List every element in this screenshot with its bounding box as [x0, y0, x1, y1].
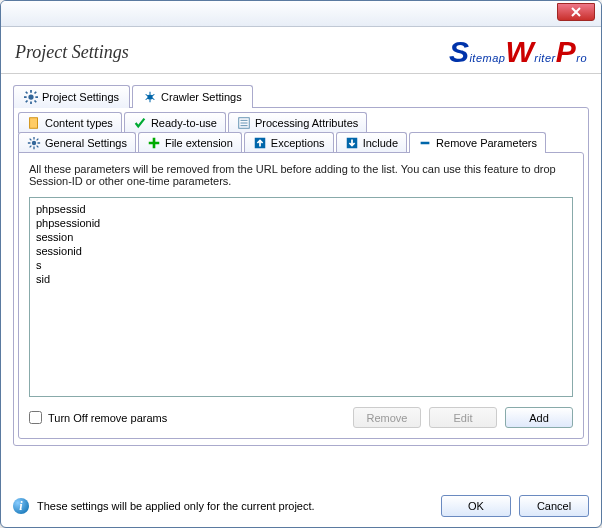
remove-button[interactable]: Remove [353, 407, 421, 428]
panel-button-group: Remove Edit Add [353, 407, 573, 428]
spider-icon [143, 90, 157, 104]
subtab-general-settings[interactable]: General Settings [18, 132, 136, 153]
tab-crawler-settings[interactable]: Crawler Settings [132, 85, 253, 108]
list-item[interactable]: sessionid [36, 244, 566, 258]
subtab-label: Ready-to-use [151, 117, 217, 129]
panel-description: All these parameters will be removed fro… [29, 163, 573, 187]
edit-button[interactable]: Edit [429, 407, 497, 428]
sub-tabstrip-row1: Content types Ready-to-use Processing At… [18, 112, 584, 133]
svg-rect-2 [30, 118, 38, 129]
subtab-label: Processing Attributes [255, 117, 358, 129]
footer-info-text: These settings will be applied only for … [37, 500, 315, 512]
tab-label: Crawler Settings [161, 91, 242, 103]
subtab-file-extension[interactable]: File extension [138, 132, 242, 153]
tab-content: Content types Ready-to-use Processing At… [13, 107, 589, 446]
project-settings-dialog: Project Settings SitemapWriterPro Projec… [0, 0, 602, 528]
list-item[interactable]: session [36, 230, 566, 244]
subtab-label: Include [363, 137, 398, 149]
document-icon [27, 116, 41, 130]
dialog-body: Project Settings Crawler Settings Conten… [1, 74, 601, 456]
subtab-ready-to-use[interactable]: Ready-to-use [124, 112, 226, 133]
ok-button[interactable]: OK [441, 495, 511, 517]
arrow-down-icon [345, 136, 359, 150]
tab-label: Project Settings [42, 91, 119, 103]
dialog-footer: i These settings will be applied only fo… [13, 495, 589, 517]
turn-off-checkbox[interactable] [29, 411, 42, 424]
turn-off-checkbox-wrap[interactable]: Turn Off remove params [29, 411, 167, 424]
plus-icon [147, 136, 161, 150]
info-icon: i [13, 498, 29, 514]
footer-info-wrap: i These settings will be applied only fo… [13, 498, 315, 514]
subtab-label: File extension [165, 137, 233, 149]
subtab-label: Content types [45, 117, 113, 129]
arrow-up-icon [253, 136, 267, 150]
footer-buttons: OK Cancel [441, 495, 589, 517]
gear-icon [27, 136, 41, 150]
subtab-exceptions[interactable]: Exceptions [244, 132, 334, 153]
parameters-listbox[interactable]: phpsessid phpsessionid session sessionid… [29, 197, 573, 397]
svg-point-0 [28, 94, 33, 99]
main-tabstrip: Project Settings Crawler Settings [13, 84, 589, 107]
add-button[interactable]: Add [505, 407, 573, 428]
tab-project-settings[interactable]: Project Settings [13, 85, 130, 108]
subtab-processing-attributes[interactable]: Processing Attributes [228, 112, 367, 133]
sub-tabstrip-row2: General Settings File extension Exceptio… [18, 132, 584, 153]
close-icon [571, 7, 581, 17]
gear-icon [24, 90, 38, 104]
subtab-label: Remove Parameters [436, 137, 537, 149]
panel-bottom-row: Turn Off remove params Remove Edit Add [29, 407, 573, 428]
dialog-title: Project Settings [15, 42, 129, 63]
dialog-header: Project Settings SitemapWriterPro [1, 27, 601, 74]
minus-icon [418, 136, 432, 150]
list-item[interactable]: s [36, 258, 566, 272]
subtab-label: Exceptions [271, 137, 325, 149]
turn-off-label: Turn Off remove params [48, 412, 167, 424]
subtab-label: General Settings [45, 137, 127, 149]
titlebar [1, 1, 601, 27]
subtab-content-types[interactable]: Content types [18, 112, 122, 133]
close-button[interactable] [557, 3, 595, 21]
cancel-button[interactable]: Cancel [519, 495, 589, 517]
subtab-remove-parameters[interactable]: Remove Parameters [409, 132, 546, 153]
list-icon [237, 116, 251, 130]
list-item[interactable]: phpsessid [36, 202, 566, 216]
check-icon [133, 116, 147, 130]
app-logo: SitemapWriterPro [449, 35, 587, 69]
list-item[interactable]: phpsessionid [36, 216, 566, 230]
list-item[interactable]: sid [36, 272, 566, 286]
svg-point-1 [147, 94, 152, 99]
remove-parameters-panel: All these parameters will be removed fro… [18, 152, 584, 439]
svg-point-7 [32, 141, 36, 145]
subtab-include[interactable]: Include [336, 132, 407, 153]
